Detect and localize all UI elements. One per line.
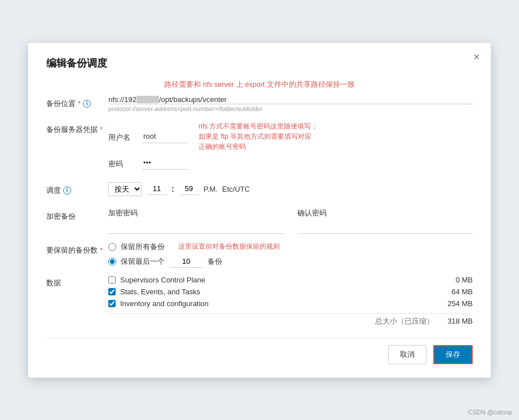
data-total-row: 总大小（已压缩） 318 MB: [108, 313, 473, 326]
username-label: 用户名: [108, 130, 142, 143]
retain-all-radio[interactable]: [108, 243, 116, 251]
backup-location-label: 备份位置 * i: [46, 95, 108, 109]
retention-annotation: 这里设置你对备份数据保留的规则: [178, 242, 280, 251]
retain-last-row: 保留最后一个 备份: [108, 255, 473, 268]
data-item-1-size: 64 MB: [451, 288, 473, 296]
password-row: 密码: [108, 156, 473, 170]
data-item-0-size: 0 MB: [456, 276, 473, 284]
backup-location-blurred: [137, 96, 159, 103]
data-item-0-checkbox[interactable]: [108, 276, 116, 284]
retain-unit-label: 备份: [208, 257, 222, 267]
backup-location-content: nfs://192 /opt/backups/vcenter protocol:…: [108, 95, 473, 112]
retain-last-label: 保留最后一个: [121, 257, 165, 267]
password-input[interactable]: [142, 156, 187, 170]
encrypt-label: 加密备份: [46, 208, 108, 222]
list-item: Supervisors Control Plane 0 MB: [108, 276, 473, 284]
password-label: 密码: [108, 157, 142, 169]
data-item-2-checkbox[interactable]: [108, 300, 116, 307]
encrypt-content: 加密密码 确认密码: [108, 208, 473, 234]
schedule-info-icon[interactable]: i: [63, 187, 71, 194]
backup-location-input-wrap: nfs://192 /opt/backups/vcenter: [108, 95, 473, 104]
timezone-label: Etc/UTC: [222, 185, 250, 193]
backup-location-prefix: nfs://192: [108, 95, 137, 104]
confirm-password-input[interactable]: [297, 220, 473, 234]
confirm-password-label: 确认密码: [297, 208, 473, 218]
backup-location-suffix: /opt/backups/vcenter: [159, 95, 227, 104]
backup-credentials-content: 用户名 nfs 方式不需要账号密码这里随便填写；如果是 ftp 等其他方式则需要…: [108, 121, 473, 174]
backup-credentials-label: 备份服务器凭据 *: [46, 121, 108, 135]
data-label: 数据: [46, 276, 108, 288]
data-row: 数据 Supervisors Control Plane 0 MB Stats,…: [46, 276, 473, 326]
data-item-1-label: Stats, Events, and Tasks: [120, 288, 200, 296]
dialog-title: 编辑备份调度: [46, 56, 473, 70]
schedule-controls: 按天 : P.M. Etc/UTC: [108, 182, 473, 196]
data-items: Supervisors Control Plane 0 MB Stats, Ev…: [108, 276, 473, 326]
credentials-required-star: *: [100, 125, 103, 134]
encrypt-row: 加密备份 加密密码 确认密码: [46, 208, 473, 234]
retain-last-radio[interactable]: [108, 258, 116, 266]
retain-all-row: 保留所有备份 这里设置你对备份数据保留的规则: [108, 242, 473, 252]
minute-input[interactable]: [179, 183, 199, 195]
retain-all-label: 保留所有备份: [121, 242, 165, 252]
username-input[interactable]: [142, 130, 187, 143]
confirm-password-col: 确认密码: [297, 208, 473, 234]
encrypt-password-label: 加密密码: [108, 208, 284, 218]
retention-required-star: *: [100, 246, 103, 254]
backup-credentials-row: 备份服务器凭据 * 用户名 nfs 方式不需要账号密码这里随便填写；如果是 ft…: [46, 121, 473, 174]
retention-options: 保留所有备份 这里设置你对备份数据保留的规则 保留最后一个 备份: [108, 242, 473, 268]
username-input-wrap: nfs 方式不需要账号密码这里随便填写；如果是 ftp 等其他方式则需要填写对应…: [142, 121, 473, 152]
schedule-label: 调度 i: [46, 182, 108, 196]
data-total-label: 总大小（已压缩）: [375, 316, 434, 326]
watermark: CSDN @catoop: [468, 409, 512, 415]
data-item-2-left: Inventory and configuration: [108, 299, 209, 308]
retain-count-input[interactable]: [169, 255, 203, 268]
data-item-1-left: Stats, Events, and Tasks: [108, 288, 200, 296]
data-item-1-checkbox[interactable]: [108, 288, 116, 295]
top-annotation: 路径需要和 nfs server 上 export 文件中的共享路径保持一致: [46, 80, 473, 90]
frequency-select[interactable]: 按天: [108, 182, 142, 196]
ampm-label: P.M.: [204, 185, 218, 193]
retention-row: 要保留的备份数 * 保留所有备份 这里设置你对备份数据保留的规则 保留最后一个 …: [46, 242, 473, 268]
backup-location-row: 备份位置 * i nfs://192 /opt/backups/vcenter …: [46, 95, 473, 113]
close-button[interactable]: ×: [473, 52, 480, 62]
encrypt-password-col: 加密密码: [108, 208, 284, 234]
data-item-2-size: 254 MB: [447, 299, 473, 308]
list-item: Inventory and configuration 254 MB: [108, 299, 473, 308]
edit-backup-dialog: 编辑备份调度 × 路径需要和 nfs server 上 export 文件中的共…: [28, 43, 491, 378]
schedule-row: 调度 i 按天 : P.M. Etc/UTC: [46, 182, 473, 200]
password-input-wrap: [142, 156, 473, 170]
required-star: *: [78, 99, 81, 108]
data-content: Supervisors Control Plane 0 MB Stats, Ev…: [108, 276, 473, 326]
retention-label: 要保留的备份数 *: [46, 242, 108, 255]
time-colon: :: [171, 184, 174, 193]
backup-location-hint: protocol://server-address<port-number>/f…: [108, 105, 473, 112]
footer-actions: 取消 保存: [46, 338, 473, 364]
username-row: 用户名 nfs 方式不需要账号密码这里随便填写；如果是 ftp 等其他方式则需要…: [108, 121, 473, 152]
data-item-0-left: Supervisors Control Plane: [108, 276, 205, 284]
hour-input[interactable]: [147, 183, 167, 195]
data-total-value: 318 MB: [447, 317, 473, 325]
encrypt-fields: 加密密码 确认密码: [108, 208, 473, 234]
credentials-annotation: nfs 方式不需要账号密码这里随便填写；如果是 ftp 等其他方式则需要填写对应…: [199, 121, 318, 152]
backup-location-info-icon[interactable]: i: [83, 100, 91, 108]
encrypt-password-input[interactable]: [108, 220, 284, 234]
retention-content: 保留所有备份 这里设置你对备份数据保留的规则 保留最后一个 备份: [108, 242, 473, 268]
save-button[interactable]: 保存: [433, 345, 473, 364]
data-item-0-label: Supervisors Control Plane: [120, 276, 205, 284]
schedule-content: 按天 : P.M. Etc/UTC: [108, 182, 473, 196]
data-item-2-label: Inventory and configuration: [120, 299, 209, 308]
cancel-button[interactable]: 取消: [388, 345, 426, 364]
backup-location-input[interactable]: [227, 95, 473, 104]
list-item: Stats, Events, and Tasks 64 MB: [108, 288, 473, 296]
